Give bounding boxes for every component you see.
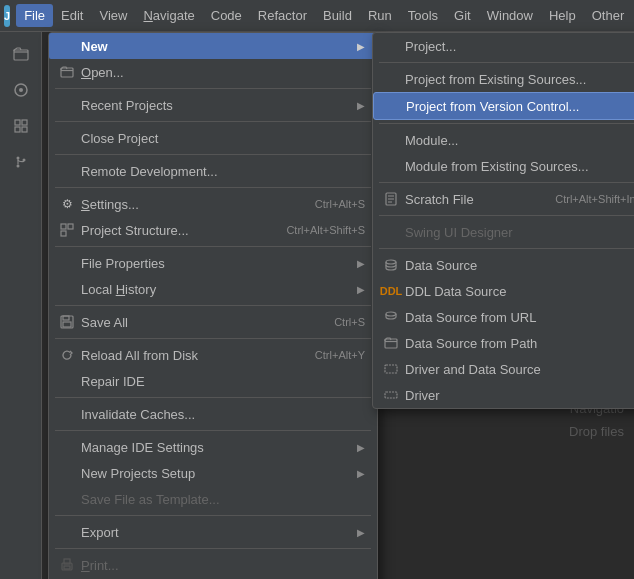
svg-point-7 <box>16 157 19 160</box>
chevron-right-icon6: ▶ <box>357 468 365 479</box>
svg-rect-13 <box>68 224 73 229</box>
menu-item-project[interactable]: Project... <box>373 33 634 59</box>
drop-files-label: Drop files <box>565 424 624 439</box>
new-project-setup-icon <box>59 465 75 481</box>
menu-navigate[interactable]: Navigate <box>135 4 202 27</box>
separator11 <box>55 548 371 549</box>
menu-item-new-projects-setup[interactable]: New Projects Setup ▶ <box>49 460 377 486</box>
menu-item-project-from-vcs-label: Project from Version Control... <box>406 99 579 114</box>
chevron-right-icon2: ▶ <box>357 100 365 111</box>
svg-rect-3 <box>15 120 20 125</box>
menu-item-project-from-existing[interactable]: Project from Existing Sources... <box>373 66 634 92</box>
reload-icon <box>59 347 75 363</box>
chevron-right-icon7: ▶ <box>357 527 365 538</box>
datasource-path-icon <box>383 335 399 351</box>
menu-item-invalidate-caches[interactable]: Invalidate Caches... <box>49 401 377 427</box>
menu-item-module[interactable]: Module... <box>373 127 634 153</box>
svg-rect-20 <box>64 566 70 569</box>
separator <box>55 88 371 89</box>
driver-icon <box>383 387 399 403</box>
svg-rect-6 <box>22 127 27 132</box>
new-icon <box>59 38 75 54</box>
remote-icon <box>59 163 75 179</box>
file-props-icon <box>59 255 75 271</box>
menu-run[interactable]: Run <box>360 4 400 27</box>
menu-build[interactable]: Build <box>315 4 360 27</box>
print-icon <box>59 557 75 573</box>
sidebar-icon-circle[interactable] <box>7 76 35 104</box>
menu-other[interactable]: Other <box>584 4 633 27</box>
menu-item-export[interactable]: Export ▶ <box>49 519 377 545</box>
menu-item-driver-and-data-source[interactable]: Driver and Data Source <box>373 356 634 382</box>
svg-rect-5 <box>15 127 20 132</box>
sidebar-icon-branch[interactable] <box>7 148 35 176</box>
sidebar-icon-grid[interactable] <box>7 112 35 140</box>
settings-icon: ⚙ <box>59 196 75 212</box>
menu-item-open-label: Open... <box>81 65 124 80</box>
menu-item-local-history[interactable]: Local History ▶ <box>49 276 377 302</box>
menu-item-new-projects-setup-label: New Projects Setup <box>81 466 195 481</box>
menu-item-data-source-label: Data Source <box>405 258 477 273</box>
menu-item-project-structure-label: Project Structure... <box>81 223 189 238</box>
menu-item-settings[interactable]: ⚙ Settings... Ctrl+Alt+S <box>49 191 377 217</box>
separator10 <box>55 515 371 516</box>
menu-item-invalidate-caches-label: Invalidate Caches... <box>81 407 195 422</box>
menu-item-save-all[interactable]: Save All Ctrl+S <box>49 309 377 335</box>
svg-rect-28 <box>385 365 397 373</box>
menu-item-module-from-existing[interactable]: Module from Existing Sources... <box>373 153 634 179</box>
menu-item-manage-ide-label: Manage IDE Settings <box>81 440 204 455</box>
menu-item-repair-ide-label: Repair IDE <box>81 374 145 389</box>
separator9 <box>55 430 371 431</box>
menu-item-remote-dev[interactable]: Remote Development... <box>49 158 377 184</box>
menu-refactor[interactable]: Refactor <box>250 4 315 27</box>
sep-s2 <box>379 123 634 124</box>
menu-file[interactable]: File <box>16 4 53 27</box>
menu-item-project-from-vcs[interactable]: Project from Version Control... <box>373 92 634 120</box>
menu-item-reload-disk-label: Reload All from Disk <box>81 348 198 363</box>
menubar: J File Edit View Navigate Code Refactor … <box>0 0 634 32</box>
project-structure-icon <box>59 222 75 238</box>
menu-item-data-source[interactable]: Data Source ▶ <box>373 252 634 278</box>
menu-item-data-source-path[interactable]: Data Source from Path <box>373 330 634 356</box>
menu-item-print: Print... <box>49 552 377 578</box>
menu-item-recent-projects[interactable]: Recent Projects ▶ <box>49 92 377 118</box>
svg-rect-12 <box>61 224 66 229</box>
menu-item-project-structure[interactable]: Project Structure... Ctrl+Alt+Shift+S <box>49 217 377 243</box>
menu-item-driver-label: Driver <box>405 388 440 403</box>
repair-icon <box>59 373 75 389</box>
menu-item-reload-disk[interactable]: Reload All from Disk Ctrl+Alt+Y <box>49 342 377 368</box>
menu-item-swing-ui: Swing UI Designer ▶ <box>373 219 634 245</box>
menu-git[interactable]: Git <box>446 4 479 27</box>
menu-item-data-source-path-label: Data Source from Path <box>405 336 537 351</box>
content-area: New ▶ Open... Recent Projects ▶ <box>42 32 634 579</box>
new-submenu-dropdown: Project... Project from Existing Sources… <box>372 32 634 409</box>
manage-icon <box>59 439 75 455</box>
menu-help[interactable]: Help <box>541 4 584 27</box>
scratch-icon <box>383 191 399 207</box>
save-all-shortcut: Ctrl+S <box>334 316 365 328</box>
menu-item-open[interactable]: Open... <box>49 59 377 85</box>
menu-item-scratch-file-label: Scratch File <box>405 192 474 207</box>
separator5 <box>55 246 371 247</box>
separator2 <box>55 121 371 122</box>
menu-item-scratch-file[interactable]: Scratch File Ctrl+Alt+Shift+Insert <box>373 186 634 212</box>
menu-item-file-properties[interactable]: File Properties ▶ <box>49 250 377 276</box>
menu-item-manage-ide[interactable]: Manage IDE Settings ▶ <box>49 434 377 460</box>
menu-item-new[interactable]: New ▶ <box>49 33 377 59</box>
sep-s3 <box>379 182 634 183</box>
menu-view[interactable]: View <box>91 4 135 27</box>
menu-code[interactable]: Code <box>203 4 250 27</box>
menu-item-close-project[interactable]: Close Project <box>49 125 377 151</box>
menu-item-driver[interactable]: Driver <box>373 382 634 408</box>
project-structure-shortcut: Ctrl+Alt+Shift+S <box>286 224 365 236</box>
menu-window[interactable]: Window <box>479 4 541 27</box>
sep-s4 <box>379 215 634 216</box>
menu-item-repair-ide[interactable]: Repair IDE <box>49 368 377 394</box>
folder-open-icon <box>59 64 75 80</box>
menu-item-module-label: Module... <box>405 133 458 148</box>
menu-item-data-source-url[interactable]: Data Source from URL <box>373 304 634 330</box>
menu-item-ddl-data-source[interactable]: DDL DDL Data Source <box>373 278 634 304</box>
menu-edit[interactable]: Edit <box>53 4 91 27</box>
menu-tools[interactable]: Tools <box>400 4 446 27</box>
sidebar-icon-folder[interactable] <box>7 40 35 68</box>
